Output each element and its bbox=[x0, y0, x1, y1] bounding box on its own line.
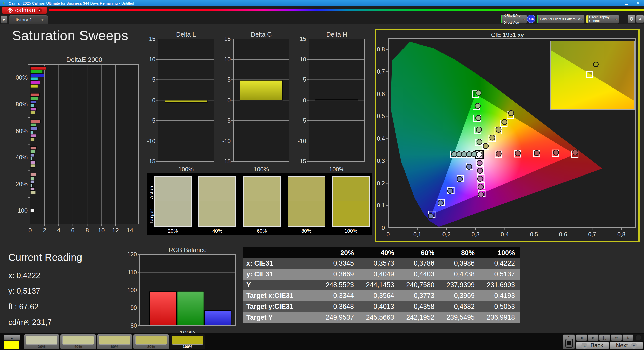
svg-text:0,6: 0,6 bbox=[377, 91, 385, 97]
pattern-generator-dropdown[interactable]: CalMAN Client 3 Pattern Generator ▼ bbox=[537, 15, 585, 24]
svg-text:10: 10 bbox=[98, 227, 105, 234]
delta-l-chart: Delta L151050-5-10-15100% bbox=[145, 32, 216, 173]
table-row-label: Target x:CIE31 bbox=[243, 290, 319, 301]
deltae-bar bbox=[30, 108, 36, 111]
inset-actual-marker bbox=[593, 62, 599, 67]
pattern-swatch-button-100%[interactable]: 100% bbox=[170, 334, 205, 349]
loop-icon[interactable]: ↻ bbox=[622, 334, 633, 341]
chevron-down-icon: ▼ bbox=[615, 18, 617, 21]
gear-icon[interactable]: ⚙ bbox=[627, 15, 636, 23]
saturation-data-table: 20%40%60%80%100%x: CIE310,33450,35730,37… bbox=[243, 247, 520, 323]
cie-1931-panel: CIE 1931 xy 0,80,70,60,50,40,30,20,1000,… bbox=[375, 29, 640, 242]
play-icon[interactable]: ▶ bbox=[588, 334, 599, 341]
restore-icon[interactable] bbox=[621, 0, 632, 6]
reading-x: x: 0,4222 bbox=[8, 271, 41, 280]
svg-text:-10: -10 bbox=[147, 138, 155, 144]
single-measure-icon[interactable]: [·] bbox=[599, 334, 610, 341]
tab-scroll-button[interactable]: ▶ bbox=[1, 15, 8, 24]
calman-menu-button[interactable]: calman ▼ bbox=[2, 7, 47, 14]
display-control-dropdown[interactable]: Direct Display Control ▼ bbox=[586, 15, 619, 24]
svg-text:0,4: 0,4 bbox=[501, 231, 509, 238]
cie-actual-circle-yellow bbox=[502, 119, 507, 125]
svg-text:0,5: 0,5 bbox=[530, 231, 538, 238]
table-cell: 0,3648 bbox=[319, 301, 359, 312]
table-cell: 0,5137 bbox=[480, 269, 520, 280]
continuous-measure-icon[interactable]: ∞ bbox=[611, 334, 622, 341]
table-cell: 0,4013 bbox=[359, 301, 399, 312]
table-cell: 244,1453 bbox=[359, 280, 399, 290]
table-cell: 0,4403 bbox=[399, 269, 439, 280]
back-label: Back bbox=[590, 342, 603, 349]
cie-actual-circle-cyan bbox=[472, 152, 477, 157]
table-cell: 239,5495 bbox=[439, 312, 480, 323]
cie-actual-circle-red bbox=[553, 150, 559, 155]
meter-dropdown[interactable]: X-Rite i1Pro 3 Direct View ▼ bbox=[501, 15, 527, 24]
deltae2000-chart: DeltaE 200002468101214100%80%60%40%20%10… bbox=[15, 57, 143, 236]
cie-actual-circle-green bbox=[476, 90, 481, 95]
delta-bar bbox=[240, 80, 283, 100]
svg-text:15: 15 bbox=[224, 36, 231, 42]
deltae-bar bbox=[30, 74, 44, 77]
pattern-generator-label: CalMAN Client 3 Pattern Generator bbox=[538, 17, 581, 21]
close-icon[interactable]: ✕ bbox=[632, 0, 644, 6]
next-button[interactable]: Next » bbox=[610, 342, 643, 349]
meter-count-badge[interactable]: 716 bbox=[527, 15, 535, 23]
pattern-swatch-label: 100% bbox=[170, 344, 205, 349]
cie-actual-circle-green bbox=[477, 139, 482, 144]
pattern-swatch-label: 60% bbox=[97, 344, 132, 349]
compare-swatch-label: 40% bbox=[198, 228, 236, 234]
table-cell: 0,4358 bbox=[399, 301, 439, 312]
actual-target-swatch-panel: Actual Target 20%40%60%80%100% bbox=[147, 173, 372, 235]
table-cell: 231,6993 bbox=[480, 280, 520, 290]
cie-actual-circle-blue bbox=[438, 200, 443, 205]
tab-history-1[interactable]: History 1 bbox=[9, 16, 37, 24]
table-cell: 0,3786 bbox=[399, 258, 439, 269]
svg-text:-15: -15 bbox=[147, 158, 155, 165]
table-cell: 249,9537 bbox=[319, 312, 359, 323]
svg-text:8: 8 bbox=[86, 227, 89, 234]
cie-zoom-inset bbox=[550, 41, 635, 110]
table-cell: 0,3344 bbox=[319, 290, 359, 301]
pattern-collapse-button[interactable]: ▲ bbox=[4, 335, 20, 341]
pattern-swatch-button-80%[interactable]: 80% bbox=[133, 334, 169, 349]
pattern-color-indicator[interactable] bbox=[4, 341, 19, 349]
next-arrow-icon: » bbox=[631, 343, 637, 349]
svg-text:-5: -5 bbox=[301, 117, 306, 124]
table-header: 80% bbox=[439, 247, 480, 259]
deltae-bar bbox=[30, 173, 36, 176]
pattern-swatch-button-60%[interactable]: 60% bbox=[97, 334, 132, 349]
cie-actual-circle-yellow bbox=[483, 143, 488, 149]
cie-actual-circle-magenta bbox=[477, 160, 482, 166]
deltae-bar bbox=[30, 84, 38, 88]
stop-icon[interactable]: ■ bbox=[576, 334, 587, 341]
deltae-group-label: 20% bbox=[16, 181, 28, 187]
pattern-swatch-button-40%[interactable]: 40% bbox=[60, 334, 96, 349]
next-label: Next bbox=[616, 342, 628, 349]
deltae-bar bbox=[30, 147, 36, 150]
meter-label: X-Rite i1Pro 3 Direct View bbox=[502, 14, 523, 24]
svg-text:12: 12 bbox=[112, 227, 119, 234]
cie-actual-circle-cyan bbox=[461, 152, 467, 157]
calman-diamond-icon bbox=[7, 7, 13, 13]
chevron-down-icon: ▼ bbox=[523, 18, 525, 21]
deltae-bar bbox=[30, 123, 36, 127]
collapse-panel-icon[interactable]: ◀ bbox=[636, 15, 644, 23]
title-bar: Calman 2025 Calman Ultimate for Business… bbox=[0, 0, 644, 6]
table-cell: 0,4222 bbox=[480, 258, 520, 269]
pattern-swatch-button-20%[interactable]: 20% bbox=[24, 334, 59, 349]
bottom-bar bbox=[0, 333, 644, 350]
svg-text:5: 5 bbox=[227, 76, 231, 83]
target-row-label: Target bbox=[149, 204, 154, 229]
stop-pattern-button[interactable]: ▲ bbox=[563, 334, 575, 349]
back-button[interactable]: « Back bbox=[576, 342, 609, 349]
add-tab-button[interactable]: + bbox=[37, 16, 48, 24]
minimize-icon[interactable] bbox=[609, 0, 621, 6]
cie-actual-circle-green bbox=[475, 103, 480, 108]
delta-h-chart: Delta H151050-5-10-15100% bbox=[295, 32, 367, 173]
page-title: Saturation Sweeps bbox=[12, 28, 128, 43]
deltae-bar bbox=[30, 77, 38, 81]
compare-swatch-label: 20% bbox=[154, 228, 192, 234]
delta-c-chart: Delta C151050-5-10-15100% bbox=[220, 32, 292, 173]
display-control-label: Direct Display Control bbox=[588, 15, 615, 23]
svg-text:0,7: 0,7 bbox=[377, 68, 385, 75]
